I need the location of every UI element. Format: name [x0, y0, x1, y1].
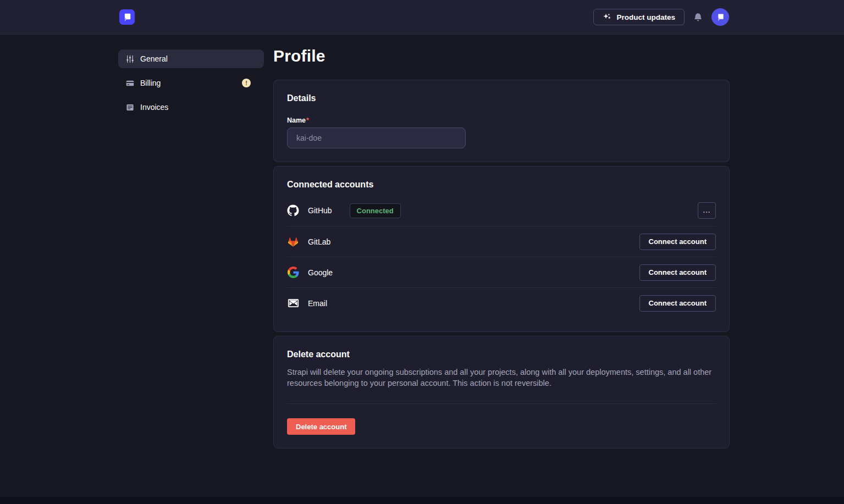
connected-status-badge: Connected — [350, 203, 401, 218]
google-icon — [287, 267, 299, 279]
header-actions: Product updates — [593, 8, 729, 26]
connect-email-button[interactable]: Connect account — [639, 295, 716, 312]
sidebar-item-label: Invoices — [140, 103, 168, 112]
details-card: Details Name* — [273, 80, 730, 162]
account-row-email: Email Connect account — [287, 287, 716, 318]
sliders-icon — [126, 55, 134, 63]
delete-account-description: Strapi will delete your ongoing subscrip… — [287, 367, 716, 389]
bottom-edge — [0, 497, 844, 504]
strapi-logo-glyph — [122, 12, 133, 23]
account-row-gitlab: GitLab Connect account — [287, 226, 716, 257]
strapi-logo[interactable] — [119, 9, 135, 25]
credit-card-icon — [126, 79, 134, 87]
name-input[interactable] — [287, 128, 466, 148]
delete-account-button[interactable]: Delete account — [287, 418, 355, 435]
sidebar-item-label: Billing — [140, 79, 161, 87]
settings-sidebar: General Billing ! Invoices — [118, 49, 264, 117]
user-avatar[interactable] — [711, 8, 729, 26]
connected-accounts-title: Connected accounts — [287, 180, 716, 190]
profile-page: Profile Details Name* Connected accounts — [273, 47, 730, 452]
account-row-github: GitHub Connected ... — [287, 195, 716, 226]
envelope-icon — [287, 297, 299, 309]
provider-name: GitHub — [308, 206, 332, 215]
notifications-bell-icon[interactable] — [693, 13, 703, 22]
sparkle-icon — [603, 13, 611, 21]
connect-google-button[interactable]: Connect account — [639, 264, 716, 281]
delete-account-card: Delete account Strapi will delete your o… — [273, 336, 730, 448]
details-title: Details — [287, 93, 716, 103]
provider-name: GitLab — [308, 237, 330, 246]
page-title: Profile — [273, 47, 730, 65]
top-bar: Product updates — [0, 0, 844, 35]
avatar-strapi-glyph — [715, 12, 725, 22]
provider-name: Google — [308, 268, 333, 277]
required-asterisk: * — [306, 117, 309, 124]
billing-warning-badge: ! — [242, 79, 251, 87]
name-label: Name* — [287, 117, 716, 124]
connect-gitlab-button[interactable]: Connect account — [639, 234, 716, 250]
delete-account-title: Delete account — [287, 350, 716, 359]
account-row-google: Google Connect account — [287, 257, 716, 287]
sidebar-item-invoices[interactable]: Invoices — [118, 98, 264, 117]
gitlab-icon — [287, 236, 299, 248]
connected-accounts-card: Connected accounts GitHub Connected ... — [273, 166, 730, 332]
receipt-icon — [126, 103, 134, 112]
accounts-list: GitHub Connected ... — [287, 195, 716, 318]
divider — [287, 403, 716, 404]
product-updates-button[interactable]: Product updates — [593, 9, 685, 25]
sidebar-item-general[interactable]: General — [118, 49, 264, 68]
sidebar-item-label: General — [140, 54, 168, 63]
sidebar-item-billing[interactable]: Billing ! — [118, 74, 264, 92]
bell-icon — [693, 13, 703, 22]
name-label-text: Name — [287, 117, 306, 124]
app-root: Product updates — [0, 0, 844, 504]
provider-name: Email — [308, 299, 327, 308]
github-options-menu-button[interactable]: ... — [698, 202, 716, 219]
github-icon — [287, 204, 299, 217]
product-updates-label: Product updates — [616, 13, 675, 21]
